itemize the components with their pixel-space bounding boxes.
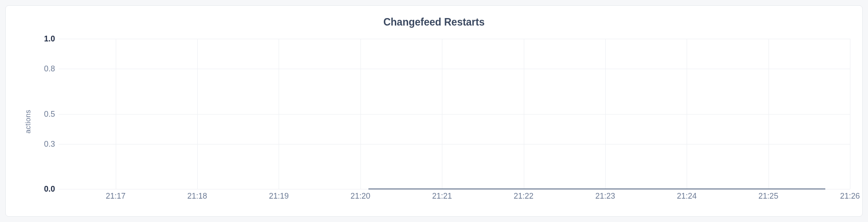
- gridline-vertical: [442, 39, 442, 189]
- gridline-vertical: [769, 39, 769, 189]
- x-axis-ticks: 21:1721:1821:1921:2021:2121:2221:2321:24…: [59, 192, 850, 202]
- chart-title: Changefeed Restarts: [18, 16, 850, 28]
- gridline-vertical: [605, 39, 606, 189]
- gridline-vertical: [524, 39, 524, 189]
- x-tick-label: 21:24: [677, 192, 697, 201]
- gridline-vertical: [850, 39, 850, 189]
- x-tick-label: 21:23: [595, 192, 615, 201]
- x-tick-label: 21:22: [514, 192, 533, 201]
- gridline-horizontal: [59, 69, 850, 69]
- plot-area[interactable]: 21:1721:1821:1921:2021:2121:2221:2321:24…: [59, 39, 850, 189]
- x-tick-label: 21:19: [269, 192, 289, 201]
- y-axis-ticks: 1.00.80.50.30.0: [26, 39, 59, 189]
- gridline-horizontal: [59, 39, 850, 39]
- gridline-vertical: [197, 39, 198, 189]
- chart-panel: Changefeed Restarts actions 1.00.80.50.3…: [5, 5, 863, 217]
- x-tick-label: 21:17: [106, 192, 125, 201]
- y-tick-label: 0.3: [44, 139, 55, 148]
- x-tick-label: 21:25: [758, 192, 778, 201]
- gridline-vertical: [360, 39, 361, 189]
- gridline-vertical: [687, 39, 687, 189]
- chart-body: actions 1.00.80.50.30.0 21:1721:1821:192…: [18, 39, 850, 204]
- y-tick-label: 1.0: [44, 34, 55, 44]
- series-line: [368, 189, 825, 189]
- x-tick-label: 21:26: [840, 192, 860, 201]
- gridline-vertical: [116, 39, 116, 189]
- x-tick-label: 21:20: [350, 192, 370, 201]
- x-tick-label: 21:18: [188, 192, 207, 201]
- gridline-horizontal: [59, 144, 850, 144]
- gridline-vertical: [279, 39, 279, 189]
- x-tick-label: 21:21: [432, 192, 452, 201]
- y-tick-label: 0.8: [44, 64, 55, 74]
- y-tick-label: 0.5: [44, 109, 55, 118]
- y-tick-label: 0.0: [44, 185, 55, 194]
- gridline-horizontal: [59, 114, 850, 115]
